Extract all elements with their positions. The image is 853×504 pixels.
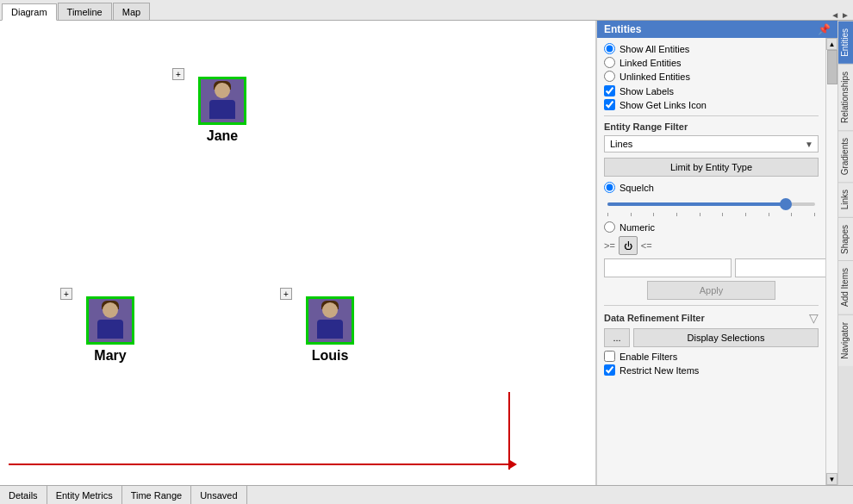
side-tab-navigator[interactable]: Navigator [838, 314, 853, 366]
slider-track-area [607, 198, 815, 210]
person-body-louis [317, 320, 343, 339]
display-selections-button[interactable]: Display Selections [633, 328, 819, 347]
checkbox-enable-filters[interactable]: Enable Filters [604, 351, 819, 362]
tab-nav-arrows: ◄ ► [831, 10, 853, 20]
radio-linked-input[interactable] [604, 57, 615, 68]
radio-unlinked[interactable]: Unlinked Entities [604, 71, 819, 82]
squelch-radio-input[interactable] [604, 182, 615, 193]
data-refinement-header: Data Refinement Filter ▽ [604, 311, 819, 325]
checkbox-restrict-new-items[interactable]: Restrict New Items [604, 364, 819, 376]
side-tab-shapes[interactable]: Shapes [838, 217, 853, 261]
checkbox-show-getlinks-input[interactable] [604, 99, 615, 110]
numeric-section: Numeric >= ⏻ <= Apply [604, 221, 819, 300]
numeric-radio-input[interactable] [604, 221, 615, 233]
bottom-tab-entity-metrics[interactable]: Entity Metrics [47, 486, 122, 504]
scroll-track [826, 50, 837, 473]
entity-node-jane: + Jane [198, 77, 246, 144]
numeric-inputs-row [604, 258, 819, 277]
radio-show-all-input[interactable] [604, 43, 615, 54]
numeric-min-input[interactable] [604, 258, 732, 277]
apply-button[interactable]: Apply [647, 281, 775, 300]
funnel-icon: ▽ [809, 311, 819, 325]
red-vertical-line [508, 392, 510, 470]
entity-node-mary: + Mary [86, 296, 134, 364]
side-tab-entities[interactable]: Entities [838, 21, 853, 64]
arrow-head [508, 459, 517, 470]
entity-show-options: Show All Entities Linked Entities Unlink… [604, 43, 819, 82]
person-figure-mary [89, 299, 132, 342]
data-refinement-section: Data Refinement Filter ▽ ... Display Sel… [604, 311, 819, 376]
expand-btn-mary[interactable]: + [60, 288, 72, 300]
pin-icon: 📌 [818, 23, 831, 35]
radio-unlinked-input[interactable] [604, 71, 615, 82]
entity-label-mary: Mary [94, 348, 126, 364]
tab-diagram[interactable]: Diagram [2, 3, 57, 21]
squelch-slider-container [604, 198, 819, 216]
separator-2 [604, 305, 819, 306]
limit-by-entity-type-button[interactable]: Limit by Entity Type [604, 158, 819, 177]
entity-img-louis [306, 296, 354, 345]
checkbox-restrict-new-items-input[interactable] [604, 364, 615, 376]
numeric-power-button[interactable]: ⏻ [619, 236, 638, 255]
tab-nav-right[interactable]: ► [841, 10, 850, 20]
slider-ticks [607, 213, 815, 216]
side-tab-add-items[interactable]: Add Items [838, 260, 853, 314]
side-tab-relationships[interactable]: Relationships [838, 64, 853, 130]
bottom-tab-unsaved[interactable]: Unsaved [191, 486, 246, 504]
slider-thumb-icon[interactable] [780, 198, 792, 210]
side-tabs: Entities Relationships Gradients Links S… [837, 21, 853, 485]
person-head [215, 83, 230, 98]
expand-btn-jane[interactable]: + [172, 68, 184, 80]
checkbox-show-labels[interactable]: Show Labels [604, 85, 819, 96]
right-panel-wrapper: Entities 📌 Show All Entities Linked Enti… [596, 21, 853, 485]
person-body [209, 100, 235, 119]
entity-range-dropdown[interactable]: Lines Nodes All [604, 135, 819, 152]
panel-scroll-content: Show All Entities Linked Entities Unlink… [597, 38, 825, 485]
scroll-thumb[interactable] [827, 50, 837, 84]
person-head-mary [103, 302, 118, 318]
person-figure-jane [201, 79, 244, 122]
separator-1 [604, 115, 819, 116]
entity-checkbox-options: Show Labels Show Get Links Icon [604, 85, 819, 110]
numeric-radio[interactable]: Numeric [604, 221, 819, 233]
diagram-canvas[interactable]: + Jane + Mary [0, 21, 596, 485]
squelch-section: Squelch [604, 182, 819, 216]
bottom-tab-bar: Details Entity Metrics Time Range Unsave… [0, 485, 853, 504]
panel-inner: Show All Entities Linked Entities Unlink… [597, 38, 837, 485]
data-refinement-title: Data Refinement Filter [604, 313, 705, 323]
entity-img-jane [198, 77, 246, 125]
bottom-tab-details[interactable]: Details [0, 486, 47, 504]
tab-timeline[interactable]: Timeline [58, 3, 112, 20]
display-selections-row: ... Display Selections [604, 328, 819, 347]
dots-button[interactable]: ... [604, 328, 630, 347]
panel-header: Entities 📌 [597, 21, 837, 38]
bottom-tab-time-range[interactable]: Time Range [122, 486, 192, 504]
scroll-up-button[interactable]: ▲ [826, 38, 837, 50]
radio-show-all[interactable]: Show All Entities [604, 43, 819, 54]
side-tab-gradients[interactable]: Gradients [838, 130, 853, 182]
checkbox-enable-filters-input[interactable] [604, 351, 615, 362]
side-tab-links[interactable]: Links [838, 182, 853, 216]
squelch-radio[interactable]: Squelch [604, 182, 819, 193]
entity-range-filter-title: Entity Range Filter [604, 121, 819, 132]
person-body-mary [97, 320, 123, 339]
right-panel: Entities 📌 Show All Entities Linked Enti… [596, 21, 837, 485]
checkbox-show-getlinks[interactable]: Show Get Links Icon [604, 99, 819, 110]
right-panel-scrollbar[interactable]: ▲ ▼ [825, 38, 837, 485]
slider-fill [607, 202, 784, 206]
scroll-down-button[interactable]: ▼ [826, 473, 837, 485]
person-head-louis [322, 302, 338, 318]
expand-btn-louis[interactable]: + [280, 288, 292, 300]
numeric-controls-row: >= ⏻ <= [604, 236, 819, 255]
entity-node-louis: + Louis [306, 296, 354, 364]
panel-title: Entities [604, 23, 641, 35]
tab-nav-left[interactable]: ◄ [831, 10, 839, 20]
red-arrow-annotation [9, 459, 517, 470]
checkbox-show-labels-input[interactable] [604, 85, 615, 96]
top-tab-bar: Diagram Timeline Map ◄ ► [0, 0, 853, 21]
entity-img-mary [86, 296, 134, 345]
numeric-max-input[interactable] [735, 258, 825, 277]
arrow-line [9, 464, 508, 465]
radio-linked[interactable]: Linked Entities [604, 57, 819, 68]
tab-map[interactable]: Map [113, 3, 150, 20]
